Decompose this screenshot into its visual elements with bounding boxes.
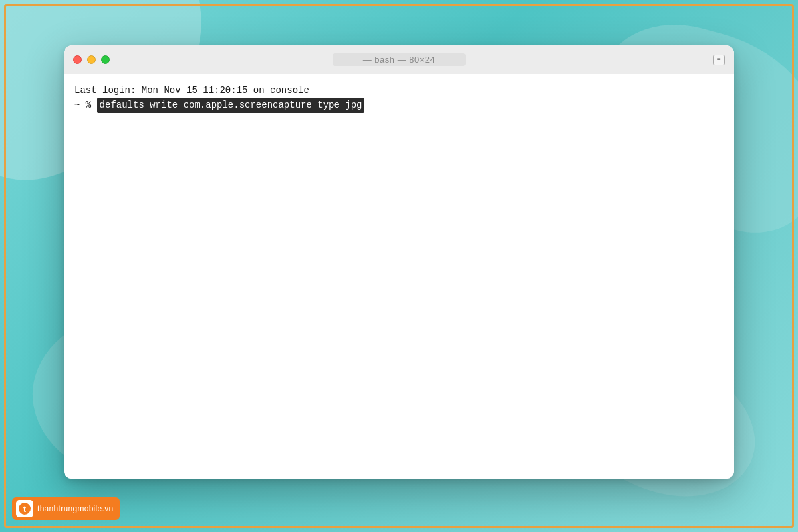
- terminal-content[interactable]: Last login: Mon Nov 15 11:20:15 on conso…: [64, 74, 734, 479]
- login-line: Last login: Mon Nov 15 11:20:15 on conso…: [74, 84, 724, 98]
- maximize-button[interactable]: [101, 55, 110, 64]
- watermark-icon: t: [16, 500, 33, 517]
- close-button[interactable]: [73, 55, 82, 64]
- window-title: — bash — 80×24: [332, 53, 466, 66]
- svg-text:t: t: [23, 505, 26, 514]
- title-bar: — bash — 80×24 ≡: [64, 45, 734, 74]
- watermark-bar: t thanhtrungmobile.vn: [12, 497, 120, 520]
- terminal-prompt: ~ %: [74, 98, 97, 112]
- terminal-window: — bash — 80×24 ≡ Last login: Mon Nov 15 …: [64, 45, 734, 479]
- terminal-command: defaults write com.apple.screencapture t…: [97, 98, 365, 113]
- brand-icon: t: [18, 502, 31, 515]
- traffic-lights: [73, 55, 110, 64]
- minimize-button[interactable]: [87, 55, 96, 64]
- watermark-text: thanhtrungmobile.vn: [37, 504, 113, 513]
- scroll-icon[interactable]: ≡: [713, 55, 725, 65]
- command-line: ~ % defaults write com.apple.screencaptu…: [74, 98, 724, 113]
